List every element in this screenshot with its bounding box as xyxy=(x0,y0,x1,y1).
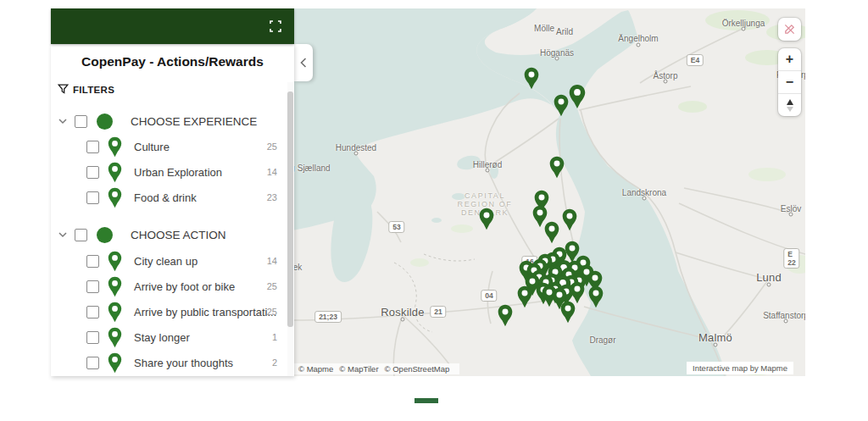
town-dot xyxy=(486,169,490,173)
pin-icon xyxy=(107,276,123,297)
fullscreen-icon[interactable] xyxy=(270,20,281,32)
road-shield-e-22: E 22 xyxy=(783,248,799,269)
map-label-lund: Lund xyxy=(756,271,782,284)
item-count: 25 xyxy=(267,281,277,291)
sidebar-scrollbar-thumb[interactable] xyxy=(287,91,293,327)
filters-header: FILTERS xyxy=(58,84,114,95)
map-marker-pin[interactable] xyxy=(523,67,540,93)
map-label-malm-: Malmö xyxy=(698,331,732,344)
experience-category-icon xyxy=(97,114,113,130)
compass-icon xyxy=(787,99,793,112)
pin-icon xyxy=(107,352,123,374)
interactive-map[interactable]: MölleArildÄngelholmÖrkelljungaHöganäsÅst… xyxy=(292,8,805,376)
checkbox-stay-longer[interactable] xyxy=(86,331,99,344)
town-dot xyxy=(784,319,788,324)
map-marker-pin[interactable] xyxy=(548,156,565,182)
filter-funnel-icon xyxy=(58,84,69,95)
map-marker-pin[interactable] xyxy=(553,94,570,120)
filter-item-stay-longer: Stay longer 1 xyxy=(51,326,294,348)
road-shield-53: 53 xyxy=(388,221,404,233)
chevron-down-icon[interactable] xyxy=(58,230,68,240)
zoom-out-button[interactable]: − xyxy=(778,71,801,93)
road-shield-21-23: 21;23 xyxy=(314,311,342,323)
town-dot xyxy=(637,43,641,47)
pin-icon xyxy=(107,327,123,348)
item-label: City clean up xyxy=(134,255,198,268)
map-marker-pin[interactable] xyxy=(516,285,533,312)
pin-icon xyxy=(107,162,123,183)
filters-label: FILTERS xyxy=(73,85,114,95)
checkbox-food-drink[interactable] xyxy=(86,191,99,204)
pin-icon xyxy=(107,302,123,323)
compass-button[interactable] xyxy=(778,94,801,116)
map-marker-pin[interactable] xyxy=(478,208,495,234)
town-dot xyxy=(401,318,405,322)
pin-icon xyxy=(107,187,123,208)
town-dot xyxy=(789,213,793,217)
attribution-osm[interactable]: © OpenStreetMap xyxy=(385,364,450,374)
group-choose-experience: CHOOSE EXPERIENCE xyxy=(51,110,294,132)
collapse-sidebar-button[interactable] xyxy=(294,44,313,81)
checkbox-culture[interactable] xyxy=(86,141,99,153)
chevron-left-icon xyxy=(300,58,307,68)
map-attribution: © Mapme© MapTiler© OpenStreetMap xyxy=(294,363,459,374)
item-label: Food & drink xyxy=(134,191,197,204)
filter-item-city-clean-up: City clean up 14 xyxy=(51,250,294,272)
map-label--ngelholm: Ängelholm xyxy=(618,34,658,43)
town-dot xyxy=(555,57,559,61)
map-marker-pin[interactable] xyxy=(561,208,578,235)
map-label-m-lle: Mölle xyxy=(534,24,554,33)
map-marker-pin[interactable] xyxy=(497,304,514,330)
town-dot xyxy=(742,27,746,31)
town-dot xyxy=(643,197,647,201)
group-label: CHOOSE EXPERIENCE xyxy=(131,115,257,128)
item-label: Culture xyxy=(134,141,170,153)
page-title: CopenPay - Actions/Rewards xyxy=(51,54,294,69)
town-dot xyxy=(767,283,771,287)
group-label: CHOOSE ACTION xyxy=(131,229,226,241)
town-dot xyxy=(664,80,668,84)
page: MölleArildÄngelholmÖrkelljungaHöganäsÅst… xyxy=(0,0,868,421)
item-label: Arrive by foot or bike xyxy=(134,280,235,293)
map-label-ek: ek xyxy=(293,263,303,272)
map-provider-badge[interactable]: Interactive map by Mapme xyxy=(687,362,793,374)
item-label: Urban Exploration xyxy=(134,166,222,179)
filter-item-arrive-foot-bike: Arrive by foot or bike 25 xyxy=(51,275,294,297)
attribution-mapme[interactable]: © Mapme xyxy=(298,364,333,374)
filter-item-culture: Culture 25 xyxy=(51,136,294,158)
item-count: 25 xyxy=(267,307,277,317)
carousel-indicator[interactable] xyxy=(415,398,438,403)
checkbox-choose-experience[interactable] xyxy=(75,115,87,128)
item-count: 25 xyxy=(267,141,277,152)
map-marker-pin[interactable] xyxy=(559,301,576,327)
checkbox-choose-action[interactable] xyxy=(75,229,87,241)
item-count: 2 xyxy=(272,357,277,368)
group-choose-action: CHOOSE ACTION xyxy=(51,224,294,246)
pin-icon xyxy=(107,136,123,158)
town-dot xyxy=(354,152,359,156)
filter-item-share-thoughts: Share your thoughts 2 xyxy=(51,352,294,374)
road-shield-04: 04 xyxy=(481,290,497,302)
road-shield-21: 21 xyxy=(430,306,446,318)
chevron-down-icon[interactable] xyxy=(58,116,68,126)
sidebar: CopenPay - Actions/Rewards FILTERS CHOOS… xyxy=(51,44,294,376)
checkbox-urban-exploration[interactable] xyxy=(86,166,99,179)
filter-item-arrive-public-transport: Arrive by public transportati... 25 xyxy=(51,301,294,323)
item-label: Stay longer xyxy=(134,331,190,344)
zoom-in-button[interactable]: + xyxy=(778,48,801,70)
map-marker-pin[interactable] xyxy=(568,84,587,113)
item-count: 1 xyxy=(272,332,277,342)
draw-disabled-button[interactable] xyxy=(778,18,801,41)
map-marker-pin[interactable] xyxy=(587,285,604,312)
checkbox-arrive-public-transport[interactable] xyxy=(86,306,99,319)
checkbox-arrive-foot-bike[interactable] xyxy=(86,280,99,293)
town-dot xyxy=(714,343,718,347)
attribution-maptiler[interactable]: © MapTiler xyxy=(339,364,378,374)
map-label-arild: Arild xyxy=(556,27,573,36)
checkbox-share-thoughts[interactable] xyxy=(86,357,99,369)
filter-item-urban-exploration: Urban Exploration 14 xyxy=(51,161,294,183)
checkbox-city-clean-up[interactable] xyxy=(86,255,99,268)
item-label: Share your thoughts xyxy=(134,357,233,369)
filter-item-food-drink: Food & drink 23 xyxy=(51,186,294,208)
map-marker-pin[interactable] xyxy=(543,221,560,247)
